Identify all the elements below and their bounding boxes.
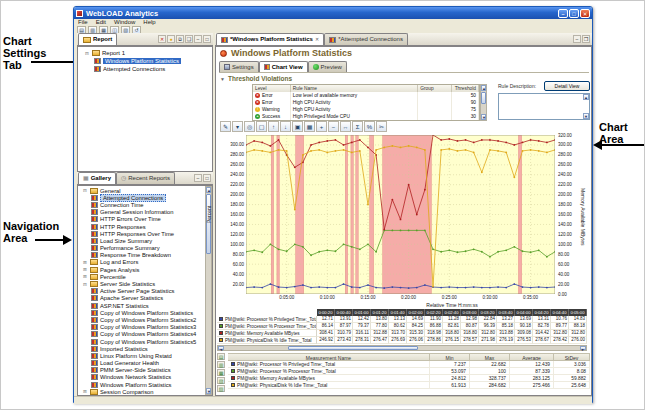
tree-item[interactable]: ⊟Report 1 (80, 49, 210, 57)
stats-toolbar-icon[interactable]: ▨ (217, 385, 225, 392)
stats-column-header-min[interactable]: Min (430, 353, 470, 361)
section-expander-icon[interactable]: ▼ (220, 76, 225, 82)
gallery-tree-item[interactable]: General Session Information (79, 209, 204, 216)
editor-tab[interactable]: *Windows Platform Statistics✕ (216, 33, 324, 45)
gallery-tree-item[interactable]: Attempted Connections (79, 194, 204, 201)
sum-icon[interactable]: Σ (352, 121, 363, 132)
gallery-tree-item[interactable]: Performance Summary (79, 245, 204, 252)
stats-row[interactable]: PM@wiki: PhysicalDisk % Idle Time:_Total… (228, 382, 590, 389)
stats-toolbar-icon[interactable]: ▤ (217, 353, 225, 360)
data-table-row[interactable]: PM@wiki: Processor % Privileged Time:_To… (217, 316, 587, 323)
zoom-in-icon[interactable]: + (316, 121, 327, 132)
grid-view-icon[interactable]: ▦ (304, 121, 315, 132)
tab-settings[interactable]: Settings (219, 61, 259, 72)
gallery-tree-item[interactable]: Load Generator Health (79, 360, 204, 367)
fit-window-icon[interactable]: ↔ (340, 121, 351, 132)
zoom-out-icon[interactable]: − (328, 121, 339, 132)
scrollbar-part[interactable]: ▼ (206, 388, 211, 394)
gallery-tree-item[interactable]: Imported Statistics (79, 345, 204, 352)
editor-tab[interactable]: *Attempted Connections (324, 33, 408, 45)
gallery-tree-item[interactable]: HTTP Responses Over Time (79, 230, 204, 237)
gallery-tree-item[interactable]: ASP.NET Statistics (79, 302, 204, 309)
detail-view-button[interactable]: Detail View (544, 81, 590, 91)
tree-item[interactable]: Attempted Connections (80, 65, 210, 73)
gallery-tree-item[interactable]: Copy of Windows Platform Statistics (79, 309, 204, 316)
chart-plot[interactable] (246, 135, 555, 294)
move-up-icon[interactable]: ↑ (268, 121, 279, 132)
gallery-tree-item[interactable]: HTTP Errors Over Time (79, 216, 204, 223)
chart-menu-icon[interactable]: ▾ (232, 121, 243, 132)
gallery-tree-item[interactable]: ⊞Pages Analysis (79, 266, 204, 273)
gallery-tree-item[interactable]: Windows Platform Statistics (79, 381, 204, 388)
violations-scrollbar[interactable]: ▲ ▼ (480, 84, 487, 121)
maximize-view-icon[interactable]: □ (203, 35, 211, 43)
gallery-tree-item[interactable]: HTTP Responses (79, 223, 204, 230)
data-table-row[interactable]: PM@wiki: Processor % Processor Time:_Tot… (217, 323, 587, 330)
expander-icon[interactable]: ⊞ (82, 267, 88, 272)
expander-icon[interactable]: ⊟ (82, 282, 88, 287)
edit-chart-icon[interactable]: ✎ (220, 121, 231, 132)
gallery-tree-item[interactable]: Connection Time (79, 201, 204, 208)
violation-row[interactable]: !WarningHigh CPU Activity75 (253, 106, 479, 113)
minimize-button[interactable]: – (558, 9, 568, 18)
tab-chart-view[interactable]: Chart View (259, 61, 308, 72)
gallery-tree-item[interactable]: ⊟Server Side Statistics (79, 280, 204, 287)
expander-icon[interactable]: ⊟ (84, 51, 90, 56)
gallery-tree-item[interactable]: Copy of Windows Platform Statistics2 (79, 316, 204, 323)
stats-row[interactable]: PM@wiki: Processor % Processor Time:_Tot… (228, 368, 590, 375)
stats-toolbar-icon[interactable]: ▥ (217, 361, 225, 368)
column-header-group[interactable]: Group (418, 85, 452, 92)
minimize-view-icon[interactable]: – (194, 35, 202, 43)
minimize-editor-icon[interactable]: – (573, 35, 581, 43)
threshold-section-header[interactable]: ▼ Threshold Violations (220, 75, 292, 82)
column-header-threshold[interactable]: Threshold (452, 85, 479, 92)
column-header-rule-name[interactable]: Rule Name (291, 85, 418, 92)
menu-file[interactable]: File (78, 19, 88, 26)
gallery-tree-item[interactable]: Windows Network Statistics (79, 374, 204, 381)
minimize-view-icon[interactable]: – (194, 174, 202, 182)
copy-icon[interactable]: ⧉ (176, 35, 184, 43)
open-in-new-window-icon[interactable]: ❏ (185, 35, 193, 43)
delete-icon[interactable]: ✕ (158, 35, 166, 43)
stats-column-header-measurement-name[interactable]: Measurement Name (228, 353, 430, 361)
tab-close-icon[interactable]: ✕ (315, 34, 319, 45)
rule-description-box[interactable]: ▲ ▼ (498, 93, 590, 120)
expander-icon[interactable]: ⊞ (82, 389, 88, 394)
gallery-tree-item[interactable]: Load Size Summary (79, 237, 204, 244)
expander-icon[interactable]: ⊞ (82, 274, 88, 279)
gallery-tree-item[interactable]: Copy of Windows Platform Statistics4 (79, 331, 204, 338)
gallery-tree-item[interactable]: ⊞Session Comparison (79, 388, 204, 395)
gallery-tree-item[interactable]: Response Time Breakdown (79, 252, 204, 259)
tree-item[interactable]: Windows Platform Statistics (80, 57, 210, 65)
crop-icon[interactable]: ✂ (376, 121, 387, 132)
data-table-row[interactable]: PM@wiki: PhysicalDisk % Idle Time:_Total… (217, 337, 587, 344)
move-down-icon[interactable]: ↓ (280, 121, 291, 132)
stats-column-header-max[interactable]: Max (470, 353, 510, 361)
select-mode-icon[interactable]: ▢ (256, 121, 267, 132)
tab-recent-reports[interactable]: ◷Recent Reports (116, 172, 175, 184)
violation-row[interactable]: xErrorLow level of available memory50 (253, 92, 479, 99)
maximize-button[interactable]: □ (569, 9, 579, 18)
zoom-mode-icon[interactable]: ◎ (244, 121, 255, 132)
gallery-tree-item[interactable]: ⊞Percentile (79, 273, 204, 280)
title-bar[interactable]: WebLOAD Analytics –□✕ (74, 7, 592, 19)
gallery-tree-item[interactable]: ⊞Log and Errors (79, 259, 204, 266)
menu-window[interactable]: Window (114, 19, 135, 26)
stats-row[interactable]: PM@wiki: Memory Available MBytes24.81232… (228, 375, 590, 382)
gallery-tree-item[interactable]: PMM Server-Side Statistics (79, 367, 204, 374)
menu-edit[interactable]: Edit (96, 19, 106, 26)
gallery-tree-item[interactable]: Linux Platform Using Rstatd (79, 352, 204, 359)
tab-preview[interactable]: Preview (308, 61, 347, 72)
gallery-tree-item[interactable]: Active Server Page Statistics (79, 288, 204, 295)
close-button[interactable]: ✕ (580, 9, 590, 18)
percent-scale-icon[interactable]: % (364, 121, 375, 132)
stats-column-header-average[interactable]: Average (510, 353, 554, 361)
expander-icon[interactable]: ⊞ (82, 260, 88, 265)
violation-row[interactable]: xErrorHigh CPU Activity90 (253, 99, 479, 106)
tab-gallery[interactable]: ▦Gallery (78, 172, 116, 184)
column-header-level[interactable]: Level (253, 85, 291, 92)
restore-editor-icon[interactable]: ❐ (582, 35, 590, 43)
gallery-tree-item[interactable]: Copy of Windows Platform Statistics5 (79, 338, 204, 345)
violation-row[interactable]: +SuccessHigh Privileged Mode CPU30 (253, 113, 479, 120)
gallery-tree-item[interactable]: Copy of Windows Platform Statistics3 (79, 324, 204, 331)
